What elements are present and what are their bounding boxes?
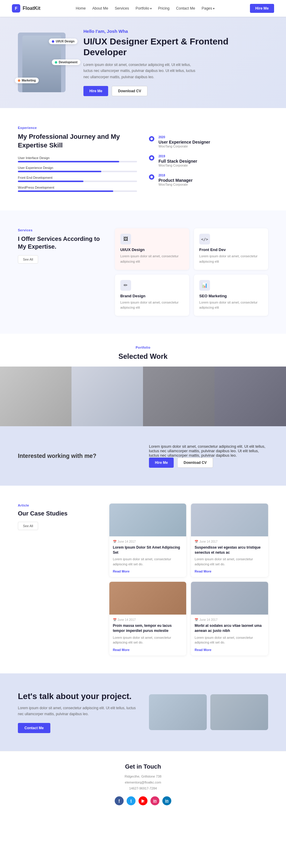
skill-bar-fill-1 [18, 161, 119, 162]
nav-home[interactable]: Home [76, 6, 85, 10]
article-date-2: 📅 June 14 2017 [194, 540, 264, 543]
portfolio-item-1[interactable] [0, 367, 71, 426]
cta-right: Lorem ipsum dolor sit amet, consectetur … [149, 444, 268, 468]
case-studies-section: Article Our Case Studies See All 📅 June … [0, 486, 286, 673]
talk-section: Let's talk about your project. Lorem ips… [0, 673, 286, 751]
skill-bar-fill-3 [18, 181, 83, 182]
read-more-link-4[interactable]: Read More [194, 648, 211, 652]
timeline-item-2: 2019 Full Stack Designer WooTang Corpora… [149, 155, 268, 167]
nav-services[interactable]: Services [115, 6, 129, 10]
footer-info: Ridgecthe, Grillstone 738 elementorq@flo… [12, 774, 274, 791]
read-more-link-3[interactable]: Read More [113, 648, 130, 652]
service-icon-frontend: </> [199, 234, 210, 244]
footer-phone: 14627-96917-7284 [12, 786, 274, 792]
timeline-item-3: 2018 Product Manager WooTang Corporate [149, 174, 268, 186]
cta-section: Interested working with me? Lorem ipsum … [0, 426, 286, 486]
skill-bar-fill-4 [18, 190, 113, 192]
badge-dev-dot [55, 61, 57, 64]
cta-cv-button[interactable]: Download CV [177, 458, 213, 468]
timeline-company-2: WooTang Corporate [158, 163, 197, 167]
cta-description: Lorem ipsum dolor sit amet, consectetur … [149, 444, 268, 458]
badge-ux-dot [52, 40, 54, 43]
nav-logo[interactable]: F FloatKit [12, 4, 40, 12]
calendar-icon-1: 📅 [113, 540, 116, 543]
nav-contact[interactable]: Contact Me [176, 6, 195, 10]
article-body-3: 📅 June 14 2017 Proin massa sem, tempor e… [109, 615, 186, 655]
service-title-frontend: Front End Dev [199, 247, 263, 252]
portfolio-image-3 [143, 367, 215, 426]
hero-image-area: UI/UX Design Development Marketing [18, 33, 71, 92]
article-card-2: 📅 June 14 2017 Suspendisse vel egestas a… [191, 503, 268, 577]
portfolio-item-2[interactable] [71, 367, 143, 426]
cta-hire-button[interactable]: Hire Me [149, 458, 174, 468]
skill-label-4: WordPress Development [18, 186, 137, 189]
article-title-3: Proin massa sem, tempor eu lacus tempor … [113, 623, 183, 633]
timeline-dot-3 [149, 174, 154, 180]
portfolio-grid [0, 367, 286, 426]
social-icons: f t ▶ in in [12, 796, 274, 805]
nav-pages[interactable]: Pages [202, 6, 215, 10]
articles-grid: 📅 June 14 2017 Lorem Ipsum Dolor Sit Ame… [109, 503, 268, 655]
article-date-1: 📅 June 14 2017 [113, 540, 183, 543]
timeline-content-1: 2020 User Experience Designer WooTang Co… [158, 135, 210, 148]
social-linkedin[interactable]: in [163, 796, 171, 805]
article-body-2: 📅 June 14 2017 Suspendisse vel egestas a… [191, 536, 268, 577]
article-card-3: 📅 June 14 2017 Proin massa sem, tempor e… [109, 582, 186, 655]
services-see-all-button[interactable]: See All [18, 255, 38, 264]
skill-row-2: User Experience Design [18, 166, 137, 172]
case-left: Article Our Case Studies See All [18, 503, 98, 655]
article-body-1: 📅 June 14 2017 Lorem Ipsum Dolor Sit Ame… [109, 536, 186, 577]
timeline-company-3: WooTang Corporate [158, 183, 192, 186]
badge-dev-label: Development [59, 61, 77, 64]
social-youtube[interactable]: ▶ [139, 796, 147, 805]
hero-text-area: Hello I'am, Josh Wha UI/UX Designer Expe… [83, 29, 268, 96]
logo-text: FloatKit [23, 6, 40, 11]
nav-about[interactable]: About Me [92, 6, 108, 10]
download-cv-button[interactable]: Download CV [112, 86, 147, 96]
service-title-ux: UI/UX Design [120, 247, 184, 252]
skill-bar-fill-2 [18, 171, 101, 172]
portfolio-header: Portfolio Selected Work [0, 346, 286, 361]
hire-me-hero-button[interactable]: Hire Me [83, 86, 108, 96]
experience-heading: My Professional Journey and My Expertise… [18, 132, 137, 150]
social-facebook[interactable]: f [115, 796, 123, 805]
nav-portfolio[interactable]: Portfolio [136, 6, 152, 10]
footer-heading: Get in Touch [12, 763, 274, 770]
badge-mkt: Marketing [15, 78, 39, 83]
services-left: Services I Offer Services According to M… [18, 228, 103, 264]
timeline-year-2: 2019 [158, 155, 197, 158]
talk-image-2 [210, 694, 268, 730]
portfolio-item-3[interactable] [143, 367, 215, 426]
portfolio-item-4[interactable] [215, 367, 286, 426]
cta-left: Interested working with me? [18, 453, 137, 459]
case-heading: Our Case Studies [18, 510, 98, 517]
article-excerpt-2: Lorem ipsum dolor sit amet, consectetur … [194, 557, 264, 566]
hero-description: Lorem ipsum dolor sit amet, consectetur … [83, 62, 196, 80]
badge-ux-label: UI/UX Design [56, 40, 74, 43]
read-more-link-1[interactable]: Read More [113, 569, 130, 573]
article-title-1: Lorem Ipsum Dolor Sit Amet Adipiscing Se… [113, 545, 183, 555]
service-title-brand: Brand Design [120, 294, 184, 298]
article-card-1: 📅 June 14 2017 Lorem Ipsum Dolor Sit Ame… [109, 503, 186, 577]
timeline-company-1: WooTang Corporate [158, 145, 210, 148]
badge-mkt-dot [18, 80, 20, 82]
talk-heading: Let's talk about your project. [18, 691, 137, 702]
social-instagram[interactable]: in [150, 796, 159, 805]
talk-image-1 [149, 694, 207, 730]
article-date-3: 📅 June 14 2017 [113, 618, 183, 621]
timeline-year-1: 2020 [158, 135, 210, 139]
talk-left: Let's talk about your project. Lorem ips… [18, 691, 137, 733]
nav-pricing[interactable]: Pricing [158, 6, 170, 10]
skill-bar-bg-4 [18, 190, 137, 192]
hire-me-nav-button[interactable]: Hire Me [250, 4, 274, 13]
services-label: Services [18, 228, 103, 232]
service-icon-brand: ✏ [120, 280, 131, 291]
service-desc-brand: Lorem ipsum dolor sit amet, consectetur … [120, 300, 184, 310]
contact-me-button[interactable]: Contact Me [18, 723, 50, 733]
timeline-year-3: 2018 [158, 174, 192, 177]
timeline-content-2: 2019 Full Stack Designer WooTang Corpora… [158, 155, 197, 167]
case-label: Article [18, 503, 98, 507]
case-see-all-button[interactable]: See All [18, 522, 38, 530]
read-more-link-2[interactable]: Read More [194, 569, 211, 573]
social-twitter[interactable]: t [127, 796, 136, 805]
